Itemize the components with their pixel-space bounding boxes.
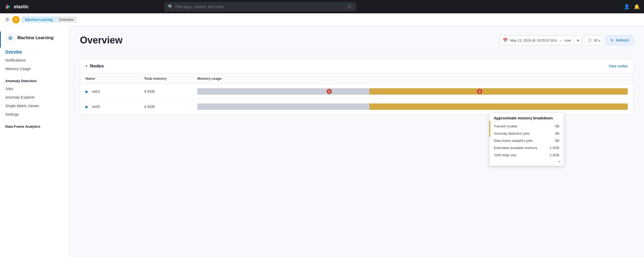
nodes-title: Nodes — [90, 63, 104, 69]
tooltip-indicator — [489, 121, 490, 137]
main-content: Overview 📅 May 12, 2024 @ 19:05:07.614 →… — [69, 26, 644, 257]
memory-bar-es02 — [197, 103, 628, 110]
search-shortcut: ⌘/ — [346, 4, 353, 9]
node-memory-usage-cell: 1 2 — [192, 84, 633, 99]
notifications-bell-icon[interactable]: 🔔 — [634, 4, 640, 10]
time-picker-dropdown-chevron[interactable]: ▾ — [574, 35, 582, 45]
tooltip-label: Data frame analytics jobs — [494, 139, 533, 143]
nodes-header: ▾ Nodes View nodes — [80, 59, 633, 73]
row-expand-button[interactable]: ▶ — [85, 89, 88, 94]
tooltip-row-anomaly-jobs: Anomaly detection jobs 0B — [490, 130, 564, 137]
page-header: Overview 📅 May 12, 2024 @ 19:05:07.614 →… — [80, 35, 633, 46]
node-name: es01 — [92, 89, 100, 94]
calendar-icon: 📅 — [503, 38, 508, 43]
tooltip-value: 0B — [555, 139, 559, 143]
sidebar-item-memory-usage[interactable]: Memory Usage — [0, 65, 69, 73]
tooltip-title: Approximate memory breakdown — [490, 113, 564, 123]
sidebar-data-frame-section: Data Frame Analytics — [0, 121, 69, 130]
sidebar-anomaly-detection-section: Anomaly Detection Jobs Anomaly Explorer … — [0, 75, 69, 119]
sidebar-item-notifications[interactable]: Notifications — [0, 56, 69, 65]
tooltip-label: JVM heap size — [494, 153, 516, 157]
app-layout: ⚙️ Machine Learning Overview Notificatio… — [0, 26, 644, 257]
sidebar-section-title-dataframe: Data Frame Analytics — [0, 121, 69, 130]
node-name: es02 — [92, 105, 100, 109]
col-header-total-memory: Total memory — [139, 73, 192, 84]
view-nodes-link[interactable]: View nodes — [609, 64, 628, 68]
tooltip-chevron-down: ▾ — [490, 159, 564, 166]
nodes-table: Name Total memory Memory usage ▶ es01 4.… — [80, 73, 633, 114]
breadcrumb-bar: ☰ A Machine Learning Overview — [0, 13, 644, 26]
sidebar-item-single-metric-viewer[interactable]: Single Metric Viewer — [0, 102, 69, 110]
sidebar-header: ⚙️ Machine Learning — [0, 31, 69, 47]
time-picker-arrow: → — [559, 38, 563, 42]
memory-bar-gray-segment — [197, 103, 369, 110]
tooltip-value: 0B — [555, 124, 559, 128]
memory-bar-es01: 1 2 — [197, 88, 628, 95]
col-header-name: Name — [80, 73, 139, 84]
nodes-section: ▾ Nodes View nodes Name Total memory Mem… — [80, 59, 633, 115]
node-total-memory: 4.5GB — [139, 99, 192, 114]
time-picker-end: now — [565, 38, 571, 42]
sidebar-item-anomaly-explorer[interactable]: Anomaly Explorer — [0, 93, 69, 102]
memory-breakdown-tooltip: Approximate memory breakdown Trained mod… — [489, 113, 564, 166]
elastic-logo[interactable]: elastic — [4, 3, 29, 10]
breadcrumb: Machine Learning Overview — [22, 17, 77, 23]
table-row: ▶ es02 4.5GB — [80, 99, 633, 114]
refresh-label: Refresh — [616, 38, 629, 42]
sidebar-item-settings[interactable]: Settings — [0, 110, 69, 119]
refresh-icon: ↻ — [610, 38, 614, 42]
search-icon: 🔍 — [168, 4, 173, 9]
sidebar: ⚙️ Machine Learning Overview Notificatio… — [0, 26, 69, 257]
clock-icon: 🕐 — [588, 38, 592, 42]
tooltip-value: 0B — [555, 131, 559, 135]
table-row: ▶ es01 4.5GB 1 2 — [80, 84, 633, 99]
tooltip-value: 2.3GB — [549, 146, 559, 150]
time-picker[interactable]: 📅 May 12, 2024 @ 19:05:07.614 → now ▾ — [499, 35, 582, 45]
refresh-button[interactable]: ↻ Refresh — [606, 35, 633, 45]
logo-text: elastic — [14, 4, 29, 10]
col-header-memory-usage: Memory usage — [192, 73, 633, 84]
global-search-bar[interactable]: 🔍 ⌘/ — [165, 2, 356, 11]
svg-point-4 — [7, 6, 9, 7]
tooltip-row-jvm-heap: JVM heap size 2.3GB — [490, 151, 564, 159]
nav-icon-group: 👤 🔔 — [624, 4, 640, 10]
header-divider — [80, 52, 633, 53]
time-picker-value: May 12, 2024 @ 19:05:07.614 — [510, 38, 557, 42]
tooltip-row-dataframe-jobs: Data frame analytics jobs 0B — [490, 137, 564, 144]
header-controls: 📅 May 12, 2024 @ 19:05:07.614 → now ▾ 🕐 … — [499, 35, 633, 45]
sidebar-item-jobs[interactable]: Jobs — [0, 85, 69, 93]
node-total-memory: 4.5GB — [139, 84, 192, 99]
top-navigation: elastic 🔍 ⌘/ 👤 🔔 — [0, 0, 644, 13]
memory-bar-gray-segment — [197, 88, 369, 95]
user-profile-icon[interactable]: 👤 — [624, 4, 630, 10]
row-expand-button[interactable]: ▶ — [85, 105, 88, 109]
nodes-title-row: ▾ Nodes — [85, 63, 104, 69]
sidebar-header-icon: ⚙️ — [6, 34, 15, 42]
refresh-interval-value: 30 s — [594, 38, 600, 42]
sidebar-item-overview[interactable]: Overview — [0, 47, 69, 56]
sidebar-section-title-anomaly: Anomaly Detection — [0, 75, 69, 85]
node-memory-usage-cell — [192, 99, 633, 114]
search-input[interactable] — [175, 5, 344, 9]
page-title: Overview — [80, 35, 123, 46]
tooltip-label: Anomaly detection jobs — [494, 131, 529, 135]
memory-bar-orange-segment — [369, 88, 628, 95]
table-header-row: Name Total memory Memory usage — [80, 73, 633, 84]
breadcrumb-current-page: Overview — [56, 17, 76, 23]
tooltip-row-trained-models: Trained models 0B — [490, 123, 564, 130]
node-expand-cell: ▶ es01 — [80, 84, 139, 99]
tooltip-value: 2.3GB — [549, 153, 559, 157]
refresh-interval-picker[interactable]: 🕐 30 s — [584, 35, 604, 45]
sidebar-main-nav: Overview Notifications Memory Usage — [0, 47, 69, 73]
sidebar-header-title: Machine Learning — [17, 35, 54, 40]
hamburger-menu-button[interactable]: ☰ — [4, 16, 10, 23]
breadcrumb-section-link[interactable]: Machine Learning — [22, 17, 56, 23]
tooltip-label: Estimated available memory — [494, 146, 537, 150]
time-picker-main[interactable]: 📅 May 12, 2024 @ 19:05:07.614 → now — [500, 38, 574, 43]
tooltip-row-available-memory: Estimated available memory 2.3GB — [490, 144, 564, 151]
avatar: A — [12, 16, 20, 23]
collapse-icon[interactable]: ▾ — [85, 64, 87, 68]
memory-badge-1: 1 — [327, 89, 332, 94]
tooltip-label: Trained models — [494, 124, 517, 128]
memory-bar-orange-segment — [369, 103, 628, 110]
